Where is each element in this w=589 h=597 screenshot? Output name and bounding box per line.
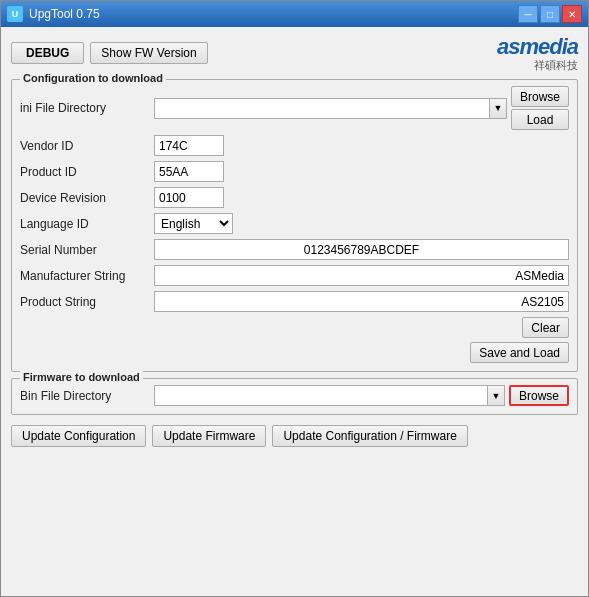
config-actions: Clear xyxy=(20,317,569,338)
vendor-id-row: Vendor ID document.currentScript.previou… xyxy=(20,135,569,156)
firmware-group: Firmware to download Bin File Directory … xyxy=(11,378,578,415)
vendor-id-input[interactable] xyxy=(154,135,224,156)
bottom-buttons: Update Configuration Update Firmware Upd… xyxy=(11,425,578,447)
serial-number-input[interactable] xyxy=(154,239,569,260)
language-id-select[interactable]: English Chinese Japanese xyxy=(154,213,233,234)
ini-browse-button[interactable]: Browse xyxy=(511,86,569,107)
serial-number-row: Serial Number document.currentScript.pre… xyxy=(20,239,569,260)
logo-sub: 祥碩科技 xyxy=(497,59,578,71)
close-button[interactable]: ✕ xyxy=(562,5,582,23)
ini-file-dir-row: ini File Directory ▼ Browse Load xyxy=(20,86,569,130)
config-actions-2: Save and Load xyxy=(20,342,569,363)
device-revision-label: Device Revision xyxy=(20,191,150,205)
manufacturer-string-label: Manufacturer String xyxy=(20,269,150,283)
product-id-row: Product ID document.currentScript.previo… xyxy=(20,161,569,182)
debug-button[interactable]: DEBUG xyxy=(11,42,84,64)
vendor-id-label: Vendor ID xyxy=(20,139,150,153)
update-firmware-button[interactable]: Update Firmware xyxy=(152,425,266,447)
title-bar: U UpgTool 0.75 ─ □ ✕ xyxy=(1,1,588,27)
minimize-button[interactable]: ─ xyxy=(518,5,538,23)
config-group-title: Configuration to download xyxy=(20,72,166,84)
show-fw-version-button[interactable]: Show FW Version xyxy=(90,42,207,64)
firmware-group-title: Firmware to download xyxy=(20,371,143,383)
ini-file-dir-combo: ▼ xyxy=(154,98,507,119)
window-title: UpgTool 0.75 xyxy=(29,7,100,21)
ini-file-dir-input[interactable] xyxy=(154,98,489,119)
window-icon: U xyxy=(7,6,23,22)
update-config-button[interactable]: Update Configuration xyxy=(11,425,146,447)
bin-file-dir-input[interactable] xyxy=(154,385,487,406)
logo-area: asmedia 祥碩科技 xyxy=(497,35,578,71)
config-group: Configuration to download ini File Direc… xyxy=(11,79,578,372)
restore-button[interactable]: □ xyxy=(540,5,560,23)
serial-number-label: Serial Number xyxy=(20,243,150,257)
language-id-row: Language ID English Chinese Japanese xyxy=(20,213,569,234)
bin-file-dir-label: Bin File Directory xyxy=(20,389,150,403)
ini-file-dir-dropdown-arrow[interactable]: ▼ xyxy=(489,98,507,119)
bin-browse-button[interactable]: Browse xyxy=(509,385,569,406)
title-controls: ─ □ ✕ xyxy=(518,5,582,23)
bin-file-dir-combo: ▼ xyxy=(154,385,505,406)
logo-main: asmedia xyxy=(497,35,578,59)
bin-file-dir-row: Bin File Directory ▼ Browse xyxy=(20,385,569,406)
manufacturer-string-row: Manufacturer String document.currentScri… xyxy=(20,265,569,286)
save-and-load-button[interactable]: Save and Load xyxy=(470,342,569,363)
device-revision-row: Device Revision document.currentScript.p… xyxy=(20,187,569,208)
product-id-input[interactable] xyxy=(154,161,224,182)
toolbar: DEBUG Show FW Version asmedia 祥碩科技 xyxy=(11,35,578,71)
product-string-row: Product String document.currentScript.pr… xyxy=(20,291,569,312)
content-area: DEBUG Show FW Version asmedia 祥碩科技 Confi… xyxy=(1,27,588,596)
clear-button[interactable]: Clear xyxy=(522,317,569,338)
update-config-firmware-button[interactable]: Update Configuration / Firmware xyxy=(272,425,467,447)
main-window: U UpgTool 0.75 ─ □ ✕ DEBUG Show FW Versi… xyxy=(0,0,589,597)
device-revision-input[interactable] xyxy=(154,187,224,208)
language-id-label: Language ID xyxy=(20,217,150,231)
bin-file-dir-dropdown-arrow[interactable]: ▼ xyxy=(487,385,505,406)
ini-file-dir-label: ini File Directory xyxy=(20,101,150,115)
product-string-input[interactable] xyxy=(154,291,569,312)
product-string-label: Product String xyxy=(20,295,150,309)
load-button[interactable]: Load xyxy=(511,109,569,130)
manufacturer-string-input[interactable] xyxy=(154,265,569,286)
product-id-label: Product ID xyxy=(20,165,150,179)
